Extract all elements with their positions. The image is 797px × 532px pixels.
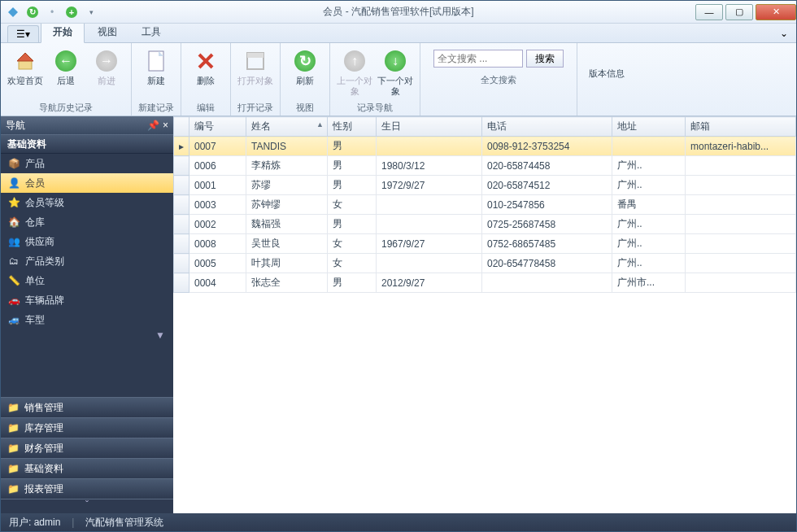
nav-item-member-level[interactable]: ⭐会员等级 [1, 193, 173, 212]
cell-id[interactable]: 0007 [189, 137, 246, 156]
version-info-button[interactable]: 版本信息 [582, 45, 631, 102]
nav-item-supplier[interactable]: 👥供应商 [1, 232, 173, 251]
new-button[interactable]: 新建 [137, 45, 176, 100]
nav-section-basic[interactable]: 📁基础资料 [1, 458, 173, 478]
cell-birthday[interactable] [377, 195, 482, 215]
qat-dropdown-icon[interactable]: ▾ [84, 5, 98, 20]
cell-birthday[interactable] [377, 137, 482, 156]
cell-phone[interactable]: 0098-912-3753254 [482, 137, 612, 156]
cell-gender[interactable]: 男 [328, 137, 377, 156]
cell-gender[interactable]: 男 [328, 273, 377, 293]
cell-birthday[interactable]: 1972/9/27 [377, 176, 482, 195]
nav-collapse-button[interactable]: ˇ [1, 499, 173, 513]
nav-category-basic[interactable]: 基础资料 [1, 134, 173, 154]
nav-item-member[interactable]: 👤会员 [1, 173, 173, 193]
col-phone[interactable]: 电话 [482, 117, 612, 137]
cell-birthday[interactable] [377, 215, 482, 234]
welcome-button[interactable]: 欢迎首页 [6, 45, 45, 100]
table-row[interactable]: 0006李精炼男1980/3/12020-65874458广州.. [174, 156, 796, 176]
cell-phone[interactable]: 0752-68657485 [482, 234, 612, 254]
cell-address[interactable]: 广州.. [612, 156, 686, 176]
table-row[interactable]: 0003苏钟缪女010-2547856番禺 [174, 195, 796, 215]
cell-name[interactable]: 叶其周 [246, 254, 328, 273]
forward-button[interactable]: → 前进 [87, 45, 126, 100]
pin-icon[interactable]: 📌 [147, 120, 159, 131]
cell-name[interactable]: 李精炼 [246, 156, 328, 176]
nav-item-warehouse[interactable]: 🏠仓库 [1, 212, 173, 232]
cell-name[interactable]: 张志全 [246, 273, 328, 293]
cell-email[interactable] [686, 195, 796, 215]
cell-gender[interactable]: 男 [328, 215, 377, 234]
next-object-button[interactable]: ↓ 下一个对象 [376, 45, 415, 100]
nav-item-vehicle-model[interactable]: 🚙车型 [1, 310, 173, 329]
cell-birthday[interactable]: 2012/9/27 [377, 273, 482, 293]
col-name[interactable]: 姓名▲ [246, 117, 328, 137]
cell-id[interactable]: 0001 [189, 176, 246, 195]
cell-id[interactable]: 0003 [189, 195, 246, 215]
cell-address[interactable]: 番禺 [612, 195, 686, 215]
nav-section-inventory[interactable]: 📁库存管理 [1, 417, 173, 438]
col-id[interactable]: 编号 [189, 117, 246, 137]
nav-section-sales[interactable]: 📁销售管理 [1, 397, 173, 417]
cell-name[interactable]: 吴世良 [246, 234, 328, 254]
cell-id[interactable]: 0008 [189, 234, 246, 254]
tab-tools[interactable]: 工具 [130, 22, 172, 42]
close-button[interactable]: ✕ [756, 4, 796, 20]
nav-item-vehicle-brand[interactable]: 🚗车辆品牌 [1, 290, 173, 310]
tab-view[interactable]: 视图 [86, 22, 128, 42]
cell-name[interactable]: 苏缪 [246, 176, 328, 195]
cell-address[interactable]: 广州.. [612, 254, 686, 273]
col-gender[interactable]: 性别 [328, 117, 377, 137]
nav-item-product-category[interactable]: 🗂产品类别 [1, 251, 173, 271]
table-row[interactable]: ▸0007TANDIS男0098-912-3753254montazeri-ha… [174, 137, 796, 156]
search-button[interactable]: 搜索 [526, 50, 564, 68]
cell-phone[interactable]: 010-2547856 [482, 195, 612, 215]
cell-name[interactable]: TANDIS [246, 137, 328, 156]
cell-gender[interactable]: 男 [328, 176, 377, 195]
minimize-button[interactable]: — [695, 4, 723, 20]
add-icon[interactable]: + [64, 5, 79, 20]
cell-birthday[interactable]: 1980/3/12 [377, 156, 482, 176]
nav-scroll-down[interactable]: ▼ [1, 329, 173, 341]
refresh-button[interactable]: ↻ 刷新 [285, 45, 324, 100]
maximize-button[interactable]: ▢ [725, 4, 753, 20]
delete-button[interactable]: 删除 [186, 45, 225, 100]
cell-phone[interactable]: 020-654778458 [482, 254, 612, 273]
cell-phone[interactable]: 020-65874512 [482, 176, 612, 195]
cell-name[interactable]: 魏福强 [246, 215, 328, 234]
cell-email[interactable] [686, 273, 796, 293]
file-menu-button[interactable]: ☰▾ [7, 25, 39, 42]
table-row[interactable]: 0004张志全男2012/9/27广州市... [174, 273, 796, 293]
nav-section-report[interactable]: 📁报表管理 [1, 478, 173, 499]
cell-name[interactable]: 苏钟缪 [246, 195, 328, 215]
cell-id[interactable]: 0006 [189, 156, 246, 176]
table-row[interactable]: 0008吴世良女1967/9/270752-68657485广州.. [174, 234, 796, 254]
cell-email[interactable] [686, 215, 796, 234]
col-birthday[interactable]: 生日 [377, 117, 482, 137]
cell-email[interactable] [686, 254, 796, 273]
cell-phone[interactable] [482, 273, 612, 293]
cell-email[interactable] [686, 156, 796, 176]
cell-phone[interactable]: 0725-25687458 [482, 215, 612, 234]
cell-address[interactable]: 广州.. [612, 176, 686, 195]
cell-gender[interactable]: 女 [328, 195, 377, 215]
cell-gender[interactable]: 男 [328, 156, 377, 176]
table-row[interactable]: 0005叶其周女020-654778458广州.. [174, 254, 796, 273]
cell-gender[interactable]: 女 [328, 234, 377, 254]
table-row[interactable]: 0001苏缪男1972/9/27020-65874512广州.. [174, 176, 796, 195]
cell-email[interactable] [686, 176, 796, 195]
cell-id[interactable]: 0005 [189, 254, 246, 273]
app-icon[interactable] [6, 5, 20, 20]
cell-email[interactable]: montazeri-habib... [686, 137, 796, 156]
prev-object-button[interactable]: ↑ 上一个对象 [335, 45, 374, 100]
cell-address[interactable]: 广州.. [612, 234, 686, 254]
search-input[interactable] [433, 50, 523, 68]
cell-birthday[interactable]: 1967/9/27 [377, 234, 482, 254]
open-object-button[interactable]: 打开对象 [236, 45, 275, 100]
col-email[interactable]: 邮箱 [686, 117, 796, 137]
col-address[interactable]: 地址 [612, 117, 686, 137]
cell-id[interactable]: 0004 [189, 273, 246, 293]
cell-address[interactable] [612, 137, 686, 156]
cell-phone[interactable]: 020-65874458 [482, 156, 612, 176]
tab-start[interactable]: 开始 [41, 21, 85, 43]
